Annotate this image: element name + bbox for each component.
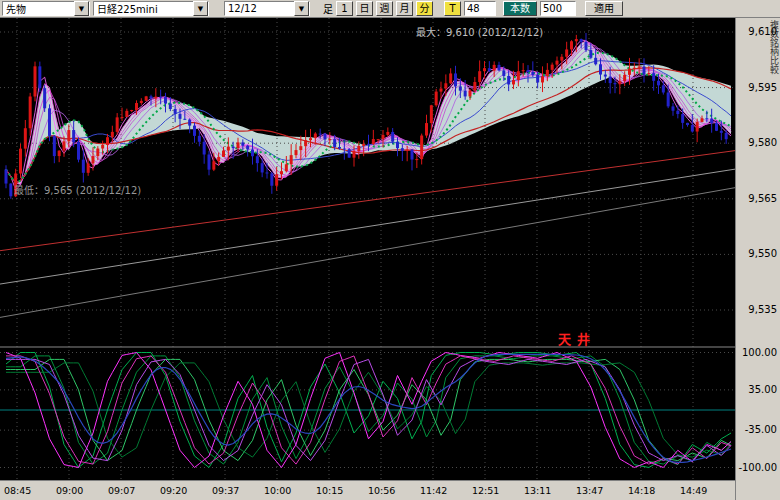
time-axis-label: 14:18 [628, 485, 655, 496]
instrument-type-select[interactable]: 先物 ▼ [2, 1, 90, 16]
right-price-axis: 複数銘柄比較 9,6109,5959,5809,5659,5509,535100… [735, 18, 780, 500]
price-axis-label: 9,550 [748, 248, 777, 259]
bar-count-button[interactable]: 本数 [503, 1, 537, 16]
price-oscillator-chart-canvas[interactable] [0, 18, 735, 480]
price-axis-label: 9,535 [748, 304, 777, 315]
time-axis-label: 08:45 [4, 485, 31, 496]
price-axis-label: 9,565 [748, 193, 777, 204]
bar-count-input[interactable] [540, 1, 576, 16]
time-axis-label: 09:00 [56, 485, 83, 496]
oscillator-axis-label: 35.00 [748, 384, 777, 395]
period-day-button[interactable]: 日 [356, 1, 373, 16]
time-axis-label: 11:42 [420, 485, 447, 496]
time-axis-label: 12:51 [472, 485, 499, 496]
time-axis-label: 14:49 [680, 485, 707, 496]
toolbar: 先物 ▼ 日経225mini ▼ 12/12 ▼ 足 1 日 週 月 分 T 本… [0, 0, 780, 18]
oscillator-axis-label: 100.00 [742, 347, 777, 358]
tick-count-input[interactable] [464, 1, 496, 16]
time-axis: 08:4509:0009:0709:2009:3710:0010:1510:56… [0, 480, 735, 500]
time-axis-label: 13:47 [576, 485, 603, 496]
period-month-button[interactable]: 月 [396, 1, 413, 16]
oscillator-axis-label: -100.00 [738, 462, 777, 473]
time-axis-label: 10:00 [264, 485, 291, 496]
price-axis-label: 9,580 [748, 137, 777, 148]
bar-type-label: 足 [323, 1, 333, 16]
time-axis-label: 09:37 [212, 485, 239, 496]
ceiling-signal-annotation: 天井 [558, 329, 596, 348]
date-select[interactable]: 12/12 ▼ [224, 1, 310, 16]
oscillator-axis-label: -35.00 [745, 424, 777, 435]
tick-mode-button[interactable]: T [444, 1, 461, 16]
instrument-type-value: 先物 [6, 1, 74, 16]
instrument-value: 日経225mini [97, 1, 193, 16]
session-low-annotation: 最低：9,565 (2012/12/12) [14, 182, 141, 197]
period-1-button[interactable]: 1 [336, 1, 353, 16]
period-minute-button[interactable]: 分 [416, 1, 433, 16]
time-axis-label: 09:20 [160, 485, 187, 496]
dropdown-arrow-icon[interactable]: ▼ [294, 1, 309, 16]
date-value: 12/12 [228, 3, 294, 14]
price-axis-label: 9,595 [748, 82, 777, 93]
session-high-annotation: 最大：9,610 (2012/12/12) [416, 24, 543, 39]
dropdown-arrow-icon[interactable]: ▼ [193, 1, 208, 16]
time-axis-label: 10:15 [316, 485, 343, 496]
period-week-button[interactable]: 週 [376, 1, 393, 16]
chart-application: 先物 ▼ 日経225mini ▼ 12/12 ▼ 足 1 日 週 月 分 T 本… [0, 0, 780, 500]
price-axis-label: 9,610 [748, 26, 777, 37]
time-axis-label: 09:07 [108, 485, 135, 496]
time-axis-label: 10:56 [368, 485, 395, 496]
time-axis-label: 13:11 [524, 485, 551, 496]
instrument-select[interactable]: 日経225mini ▼ [93, 1, 209, 16]
dropdown-arrow-icon[interactable]: ▼ [74, 1, 89, 16]
apply-button[interactable]: 適用 [585, 1, 623, 16]
